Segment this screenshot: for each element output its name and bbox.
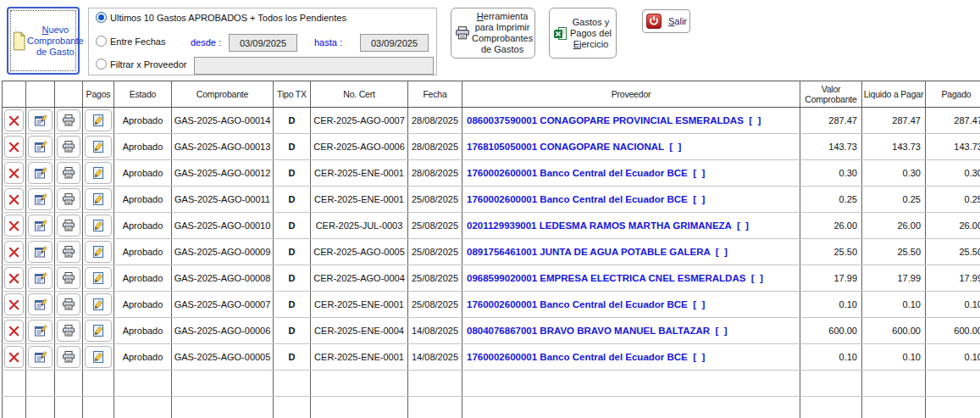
pagado-cell: 0.25 <box>926 187 980 213</box>
printer-icon <box>62 166 75 180</box>
pagos-row-button[interactable] <box>85 320 112 342</box>
print-row-button[interactable] <box>57 241 80 263</box>
pagos-row-button[interactable] <box>85 136 112 158</box>
note-pencil-icon <box>91 192 105 206</box>
print-row-button[interactable] <box>57 346 80 368</box>
note-pencil-icon <box>91 140 105 153</box>
delete-icon <box>8 141 20 153</box>
delete-row-button[interactable] <box>4 109 24 131</box>
pagos-row-button[interactable] <box>85 267 112 289</box>
radio-last10[interactable]: Ultimos 10 Gastos APROBADOS + Todos los … <box>96 12 346 23</box>
print-row-button[interactable] <box>57 136 80 158</box>
new-expense-button[interactable]: Nuevo Comprobante de Gasto <box>7 7 80 75</box>
liquido-cell: 0.10 <box>862 292 926 318</box>
delete-row-button[interactable] <box>4 241 24 263</box>
pagos-row-button[interactable] <box>85 162 112 184</box>
edit-row-button[interactable] <box>28 293 53 315</box>
proveedor-cell[interactable]: 0804076867001 BRAVO BRAVO MANUEL BALTAZA… <box>462 318 800 344</box>
delete-row-button[interactable] <box>4 188 24 210</box>
delete-row-button[interactable] <box>4 293 24 315</box>
printer-icon <box>62 219 75 232</box>
radio-between-dates[interactable]: Entre Fechas <box>96 36 165 47</box>
proveedor-cell[interactable]: 1760002600001 Banco Central del Ecuador … <box>462 160 800 187</box>
radio-between-dates-circle[interactable] <box>96 36 107 47</box>
note-pencil-icon <box>91 350 105 364</box>
print-row-button[interactable] <box>57 320 80 342</box>
edit-row-button[interactable] <box>28 162 53 184</box>
exit-label: Salir <box>668 16 687 27</box>
proveedor-cell[interactable]: 1760002600001 Banco Central del Ecuador … <box>462 187 800 213</box>
radio-last10-circle[interactable] <box>96 12 107 23</box>
pagos-row-button[interactable] <box>85 109 112 131</box>
desde-date-field[interactable]: 03/09/2025 <box>229 34 297 52</box>
edit-row-button[interactable] <box>28 215 53 237</box>
excel-icon <box>553 26 568 41</box>
excel-report-button[interactable]: Gastos y Pagos del Ejercicio <box>549 8 617 59</box>
print-tool-button[interactable]: Herramienta para Imprimir Comprobantes d… <box>451 8 535 59</box>
delete-row-button[interactable] <box>4 267 24 289</box>
edit-row-button[interactable] <box>28 136 53 158</box>
hasta-date-field[interactable]: 03/09/2025 <box>360 34 429 52</box>
no-cert-cell: CER-2025-AGO-0004 <box>311 265 408 292</box>
comprobante-cell: GAS-2025-AGO-00014 <box>172 108 274 134</box>
delete-row-button[interactable] <box>4 136 24 158</box>
comprobante-cell: GAS-2025-AGO-00005 <box>172 344 274 371</box>
header-row: Pagos Estado Comprobante Tipo TX No. Cer… <box>3 81 980 108</box>
valor-cell: 287.47 <box>800 108 862 134</box>
edit-row-button[interactable] <box>28 346 53 368</box>
print-row-button[interactable] <box>57 267 80 289</box>
print-row-button[interactable] <box>57 109 80 131</box>
table-row: Aprobado GAS-2025-AGO-00006 D CER-2025-E… <box>3 318 980 344</box>
print-row-button[interactable] <box>57 162 80 184</box>
new-document-icon <box>12 31 26 51</box>
pagos-row-button[interactable] <box>85 188 112 210</box>
pagado-cell: 143.73 <box>926 134 980 160</box>
estado-cell: Aprobado <box>114 187 172 213</box>
tipo-tx-cell: D <box>274 134 311 160</box>
table-row: Aprobado GAS-2025-AGO-00012 D CER-2025-E… <box>3 160 980 187</box>
radio-filter-provider[interactable]: Filtrar x Proveedor <box>96 59 186 70</box>
proveedor-cell[interactable]: 0891756461001 JUNTA DE AGUA POTABLE GALE… <box>462 239 800 265</box>
valor-cell: 0.10 <box>800 344 862 371</box>
radio-filter-provider-circle[interactable] <box>96 59 107 70</box>
valor-cell: 17.99 <box>800 265 862 292</box>
print-row-button[interactable] <box>57 293 80 315</box>
table-row: Aprobado GAS-2025-AGO-00013 D CER-2025-A… <box>3 134 980 160</box>
delete-row-button[interactable] <box>4 346 24 368</box>
proveedor-cell[interactable]: 1760002600001 Banco Central del Ecuador … <box>462 344 800 371</box>
delete-row-button[interactable] <box>4 320 24 342</box>
liquido-cell: 25.50 <box>862 239 926 265</box>
delete-icon <box>8 351 20 364</box>
edit-row-button[interactable] <box>28 320 53 342</box>
fecha-cell: 25/08/2025 <box>408 265 462 292</box>
pagos-row-button[interactable] <box>85 241 112 263</box>
edit-row-button[interactable] <box>28 109 53 131</box>
print-row-button[interactable] <box>57 188 80 210</box>
proveedor-cell[interactable]: 1768105050001 CONAGOPARE NACIONAL [ ] <box>462 134 800 160</box>
liquido-cell: 600.00 <box>862 318 926 344</box>
col-proveedor: Proveedor <box>462 81 800 108</box>
proveedor-cell[interactable]: 0860037590001 CONAGOPARE PROVINCIAL ESME… <box>462 108 800 134</box>
proveedor-cell[interactable]: 0201129939001 LEDESMA RAMOS MARTHA GRIMA… <box>462 213 800 239</box>
edit-row-button[interactable] <box>28 267 53 289</box>
pagado-cell: 287.47 <box>926 108 980 134</box>
col-no-cert: No. Cert <box>311 81 408 108</box>
edit-row-button[interactable] <box>28 241 53 263</box>
delete-row-button[interactable] <box>4 215 24 237</box>
proveedor-cell[interactable]: 0968599020001 EMPRESA ELECTRICA CNEL ESM… <box>462 265 800 292</box>
print-row-button[interactable] <box>57 215 80 237</box>
proveedor-cell[interactable]: 1760002600001 Banco Central del Ecuador … <box>462 292 800 318</box>
pagos-row-button[interactable] <box>85 346 112 368</box>
exit-button[interactable]: Salir <box>642 9 690 33</box>
printer-icon <box>62 245 75 259</box>
excel-report-label: Gastos y Pagos del Ejercicio <box>569 17 612 50</box>
comprobante-cell: GAS-2025-AGO-00009 <box>172 239 274 265</box>
pagos-row-button[interactable] <box>85 215 112 237</box>
edit-row-button[interactable] <box>28 188 53 210</box>
pagos-row-button[interactable] <box>85 293 112 315</box>
comprobante-cell: GAS-2025-AGO-00008 <box>172 265 274 292</box>
valor-cell: 0.30 <box>800 160 862 187</box>
delete-row-button[interactable] <box>4 162 24 184</box>
provider-filter-input[interactable] <box>194 57 434 75</box>
no-cert-cell: CER-2025-AGO-0006 <box>311 134 408 160</box>
